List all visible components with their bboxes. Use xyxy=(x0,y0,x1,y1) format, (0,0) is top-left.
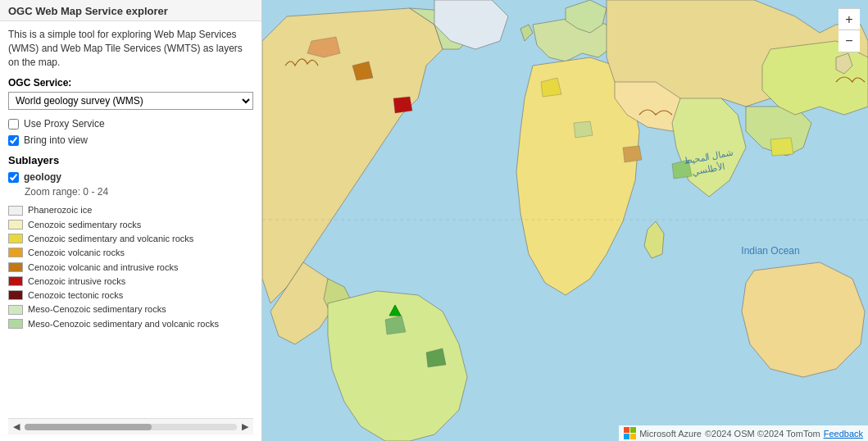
legend-label: Cenozoic volcanic rocks xyxy=(28,247,125,258)
legend-item: Meso-Cenozoic sedimentary and volcanic r… xyxy=(8,318,253,330)
legend-label: Cenozoic sedimentary rocks xyxy=(28,219,141,230)
legend-color-swatch xyxy=(8,234,23,243)
feedback-link[interactable]: Feedback xyxy=(824,429,863,439)
legend-color-swatch xyxy=(8,206,23,216)
use-proxy-row: Use Proxy Service xyxy=(8,118,253,130)
legend-color-swatch xyxy=(8,262,23,272)
legend-label: Cenozoic intrusive rocks xyxy=(28,275,125,287)
legend-list[interactable]: Phanerozoic ice Cenozoic sedimentary roc… xyxy=(8,204,253,418)
sublayer-geology-label: geology xyxy=(24,171,61,183)
ms-logo-grid xyxy=(624,427,636,439)
legend-color-swatch xyxy=(8,305,23,315)
use-proxy-label: Use Proxy Service xyxy=(24,118,105,130)
zoom-range: Zoom range: 0 - 24 xyxy=(25,186,253,198)
sidebar-title: OGC Web Map Service explorer xyxy=(0,0,261,21)
map-zoom-controls: + − xyxy=(838,8,860,52)
legend-color-swatch xyxy=(8,290,23,300)
ms-sq-blue xyxy=(624,434,629,439)
ms-sq-green xyxy=(630,427,636,433)
scroll-right-arrow[interactable]: ▶ xyxy=(242,421,248,432)
horizontal-scrollbar-thumb xyxy=(25,424,152,430)
legend-label: Phanerozoic ice xyxy=(28,204,92,216)
sidebar: OGC Web Map Service explorer This is a s… xyxy=(0,0,262,441)
bring-into-view-label: Bring into view xyxy=(24,134,88,146)
copyright-text: ©2024 OSM ©2024 TomTom xyxy=(705,429,820,439)
legend-item: Cenozoic sedimentary rocks xyxy=(8,219,253,230)
legend-label: Cenozoic sedimentary and volcanic rocks xyxy=(28,233,193,244)
map-svg: شمال المحيط الأطلسي Indian Ocean xyxy=(262,0,868,441)
bottom-scroll-controls: ◀ ▶ xyxy=(8,418,253,434)
bring-into-view-checkbox[interactable] xyxy=(8,135,19,146)
zoom-out-button[interactable]: − xyxy=(838,30,860,52)
legend-color-swatch xyxy=(8,319,23,329)
sublayer-geology-checkbox[interactable] xyxy=(8,172,19,183)
sidebar-content: This is a simple tool for exploring Web … xyxy=(0,21,261,441)
legend-item: Cenozoic tectonic rocks xyxy=(8,289,253,301)
legend-color-swatch xyxy=(8,248,23,257)
legend-label: Cenozoic volcanic and intrusive rocks xyxy=(28,261,178,273)
ms-sq-yellow xyxy=(630,434,636,439)
legend-item: Meso-Cenozoic sedimentary rocks xyxy=(8,303,253,315)
sublayers-title: Sublayers xyxy=(8,154,253,166)
legend-item: Cenozoic sedimentary and volcanic rocks xyxy=(8,233,253,244)
legend-scroll-wrapper: Phanerozoic ice Cenozoic sedimentary roc… xyxy=(8,204,253,418)
legend-label: Cenozoic tectonic rocks xyxy=(28,289,123,301)
legend-item: Phanerozoic ice xyxy=(8,204,253,216)
service-dropdown[interactable]: World geology survey (WMS) xyxy=(8,92,253,110)
map-footer: Microsoft Azure ©2024 OSM ©2024 TomTom F… xyxy=(619,425,868,441)
horizontal-scrollbar[interactable] xyxy=(25,424,237,430)
legend-item: Cenozoic volcanic rocks xyxy=(8,247,253,258)
microsoft-label: Microsoft Azure xyxy=(639,429,702,439)
legend-color-swatch xyxy=(8,276,23,286)
ogc-service-label: OGC Service: xyxy=(8,77,253,89)
svg-text:Indian Ocean: Indian Ocean xyxy=(741,245,799,257)
microsoft-logo xyxy=(624,427,636,439)
legend-label: Meso-Cenozoic sedimentary and volcanic r… xyxy=(28,318,219,330)
legend-label: Meso-Cenozoic sedimentary rocks xyxy=(28,303,166,315)
use-proxy-checkbox[interactable] xyxy=(8,119,19,130)
legend-color-swatch xyxy=(8,220,23,230)
legend-item: Cenozoic volcanic and intrusive rocks xyxy=(8,261,253,273)
scroll-left-arrow[interactable]: ◀ xyxy=(13,421,20,432)
map-container[interactable]: شمال المحيط الأطلسي Indian Ocean + − Mic… xyxy=(262,0,868,441)
ms-sq-red xyxy=(624,427,629,433)
sidebar-description: This is a simple tool for exploring Web … xyxy=(8,28,253,69)
sublayer-geology-row: geology xyxy=(8,171,253,183)
sublayers-container: geology Zoom range: 0 - 24 Phanerozoic i… xyxy=(8,171,253,434)
bring-into-view-row: Bring into view xyxy=(8,134,253,146)
zoom-in-button[interactable]: + xyxy=(838,9,860,30)
legend-item: Cenozoic intrusive rocks xyxy=(8,275,253,287)
